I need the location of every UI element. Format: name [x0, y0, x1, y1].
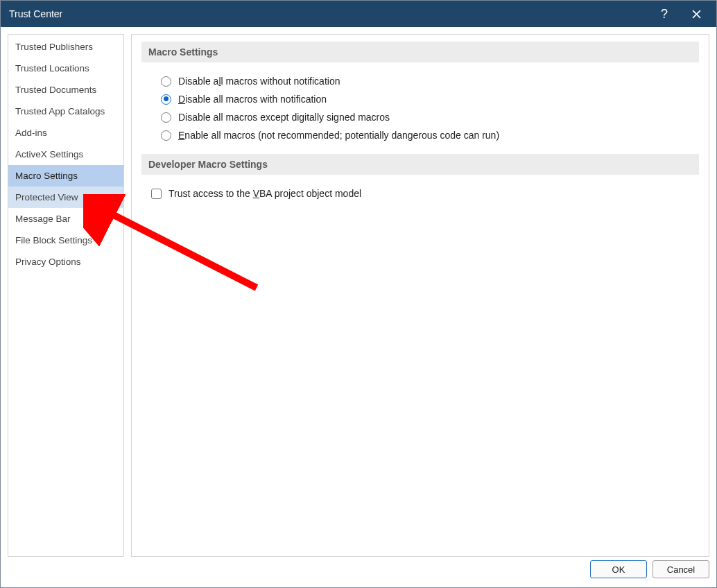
titlebar: Trust Center ? — [1, 1, 716, 27]
macro-settings-header: Macro Settings — [141, 42, 699, 62]
checkbox-icon — [151, 189, 162, 199]
sidebar-item-activex-settings[interactable]: ActiveX Settings — [8, 144, 123, 165]
radio-icon — [161, 94, 171, 105]
trust-center-dialog: Trust Center ? Trusted Publishers Truste… — [0, 0, 717, 588]
radio-label: Enable all macros (not recommended; pote… — [178, 130, 499, 141]
sidebar-item-message-bar[interactable]: Message Bar — [8, 208, 123, 230]
checkbox-trust-vba[interactable]: Trust access to the VBA project object m… — [141, 184, 699, 202]
sidebar-item-trusted-app-catalogs[interactable]: Trusted App Catalogs — [8, 101, 123, 122]
ok-button[interactable]: OK — [590, 560, 647, 578]
developer-macro-settings-header: Developer Macro Settings — [141, 154, 699, 175]
radio-enable-all[interactable]: Enable all macros (not recommended; pote… — [141, 126, 699, 144]
help-button[interactable]: ? — [648, 1, 680, 27]
radio-label: Disable all macros without notification — [178, 76, 340, 87]
sidebar-item-trusted-locations[interactable]: Trusted Locations — [8, 58, 123, 79]
radio-disable-with-notify[interactable]: Disable all macros with notification — [141, 90, 699, 108]
checkbox-label: Trust access to the VBA project object m… — [169, 188, 361, 199]
dialog-footer: OK Cancel — [1, 557, 716, 587]
radio-icon — [161, 112, 171, 123]
sidebar-item-file-block-settings[interactable]: File Block Settings — [8, 230, 123, 251]
sidebar-item-macro-settings[interactable]: Macro Settings — [8, 165, 123, 187]
radio-icon — [161, 76, 171, 87]
sidebar-item-trusted-documents[interactable]: Trusted Documents — [8, 79, 123, 101]
settings-content: Macro Settings Disable all macros withou… — [131, 34, 709, 557]
close-button[interactable] — [680, 1, 712, 27]
radio-icon — [161, 130, 171, 141]
radio-disable-no-notify[interactable]: Disable all macros without notification — [141, 72, 699, 90]
close-icon — [692, 10, 701, 19]
dialog-body: Trusted Publishers Trusted Locations Tru… — [1, 27, 716, 557]
radio-label: Disable all macros except digitally sign… — [178, 112, 390, 123]
radio-disable-except-signed[interactable]: Disable all macros except digitally sign… — [141, 108, 699, 126]
cancel-button[interactable]: Cancel — [653, 560, 709, 578]
sidebar-item-privacy-options[interactable]: Privacy Options — [8, 251, 123, 273]
window-title: Trust Center — [9, 8, 648, 19]
radio-label: Disable all macros with notification — [178, 94, 327, 105]
category-sidebar: Trusted Publishers Trusted Locations Tru… — [8, 34, 124, 557]
sidebar-item-trusted-publishers[interactable]: Trusted Publishers — [8, 36, 123, 58]
sidebar-item-protected-view[interactable]: Protected View — [8, 187, 123, 208]
sidebar-item-add-ins[interactable]: Add-ins — [8, 122, 123, 144]
